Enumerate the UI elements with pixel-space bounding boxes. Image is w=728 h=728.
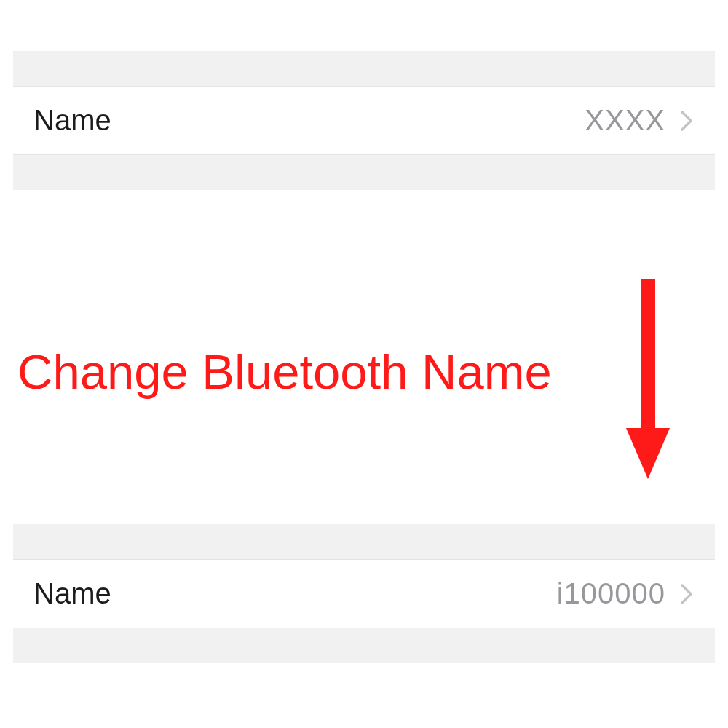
section-gap-bottom xyxy=(13,155,715,190)
name-row-label: Name xyxy=(33,104,111,137)
chevron-right-icon xyxy=(678,581,695,607)
section-gap-top xyxy=(13,524,715,559)
name-row-after[interactable]: Name i100000 xyxy=(13,559,715,628)
settings-group-before: Name XXXX xyxy=(13,51,715,190)
arrow-down-icon xyxy=(622,279,673,483)
name-row-label: Name xyxy=(33,577,111,610)
svg-marker-1 xyxy=(626,428,670,479)
section-gap-top xyxy=(13,51,715,86)
svg-rect-0 xyxy=(641,279,655,435)
settings-group-after: Name i100000 xyxy=(13,524,715,663)
chevron-right-icon xyxy=(678,108,695,134)
annotation-caption: Change Bluetooth Name xyxy=(17,344,552,400)
name-row-value: i100000 xyxy=(557,577,665,610)
name-row-value: XXXX xyxy=(585,104,665,137)
name-row-before[interactable]: Name XXXX xyxy=(13,86,715,155)
section-gap-bottom xyxy=(13,628,715,663)
